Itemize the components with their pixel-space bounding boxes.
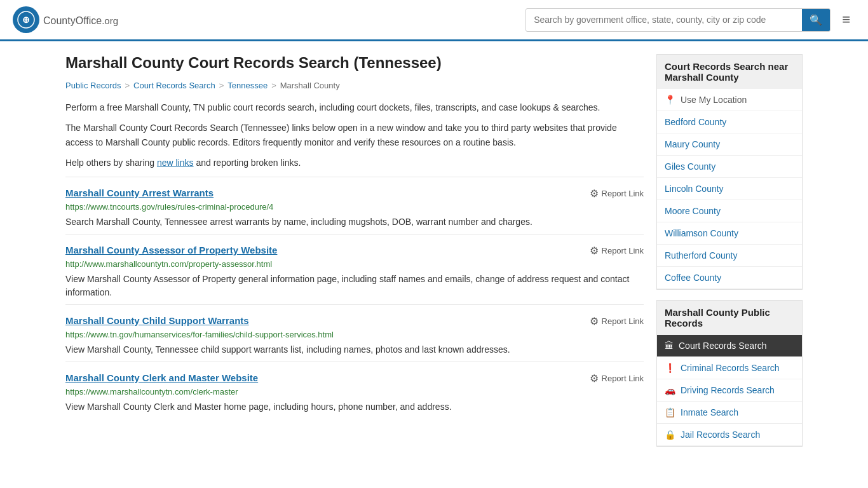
nearby-link-4[interactable]: Lincoln County xyxy=(657,178,802,200)
record-header-2: Marshall County Child Support Warrants ⚙… xyxy=(65,315,644,327)
pr-icon-0: 🏛 xyxy=(665,341,674,351)
record-title-3[interactable]: Marshall County Clerk and Master Website xyxy=(65,372,258,383)
nearby-section: Court Records Search near Marshall Count… xyxy=(656,54,803,290)
nearby-link-7[interactable]: Rutherford County xyxy=(657,245,802,267)
record-entry-2: Marshall County Child Support Warrants ⚙… xyxy=(65,304,644,362)
svg-text:⊕: ⊕ xyxy=(22,15,30,25)
record-title-2[interactable]: Marshall County Child Support Warrants xyxy=(65,315,249,326)
nearby-links-body: 📍Use My LocationBedford CountyMaury Coun… xyxy=(656,89,803,290)
public-records-link-0[interactable]: 🏛Court Records Search xyxy=(657,335,802,357)
breadcrumb-court-records[interactable]: Court Records Search xyxy=(133,81,215,90)
record-desc-2: View Marshall County, Tennessee child su… xyxy=(65,343,644,356)
nearby-link-0[interactable]: 📍Use My Location xyxy=(657,89,802,111)
report-icon-0: ⚙ xyxy=(590,187,599,200)
report-link-3[interactable]: ⚙ Report Link xyxy=(590,372,644,384)
search-input[interactable] xyxy=(526,10,802,30)
report-label-2: Report Link xyxy=(602,316,644,326)
nearby-link-5[interactable]: Moore County xyxy=(657,200,802,222)
record-desc-1: View Marshall County Assessor of Propert… xyxy=(65,273,644,299)
location-icon-0: 📍 xyxy=(665,95,675,105)
logo-area: ⊕ CountyOffice.org xyxy=(13,6,118,33)
record-entry-3: Marshall County Clerk and Master Website… xyxy=(65,362,644,419)
description-3: Help others by sharing new links and rep… xyxy=(65,156,644,170)
description-1: Perform a free Marshall County, TN publi… xyxy=(65,100,644,114)
records-container: Marshall County Arrest Warrants ⚙ Report… xyxy=(65,177,644,419)
record-url-3: https://www.marshallcountytn.com/clerk-m… xyxy=(65,387,644,396)
report-icon-3: ⚙ xyxy=(590,372,599,384)
description-2: The Marshall County Court Records Search… xyxy=(65,121,644,149)
nearby-link-2[interactable]: Maury County xyxy=(657,133,802,156)
report-icon-1: ⚙ xyxy=(590,245,599,257)
logo-icon: ⊕ xyxy=(13,6,39,33)
breadcrumb-tennessee[interactable]: Tennessee xyxy=(227,81,268,90)
public-records-link-1[interactable]: ❗Criminal Records Search xyxy=(657,357,802,379)
public-records-link-2[interactable]: 🚗Driving Records Search xyxy=(657,379,802,402)
breadcrumb: Public Records > Court Records Search > … xyxy=(65,81,644,90)
search-bar: 🔍 xyxy=(526,8,831,32)
record-header-3: Marshall County Clerk and Master Website… xyxy=(65,372,644,384)
nearby-title: Court Records Search near Marshall Count… xyxy=(656,54,803,89)
record-desc-0: Search Marshall County, Tennessee arrest… xyxy=(65,215,644,229)
content-area: Marshall County Court Records Search (Te… xyxy=(65,54,644,457)
logo-text: CountyOffice.org xyxy=(43,13,118,27)
public-records-link-4[interactable]: 🔒Jail Records Search xyxy=(657,424,802,446)
record-header-1: Marshall County Assessor of Property Web… xyxy=(65,245,644,257)
hamburger-button[interactable]: ≡ xyxy=(837,9,855,30)
nearby-link-8[interactable]: Coffee County xyxy=(657,267,802,289)
public-records-body: 🏛Court Records Search❗Criminal Records S… xyxy=(656,335,803,447)
header: ⊕ CountyOffice.org 🔍 ≡ xyxy=(0,0,868,41)
report-label-1: Report Link xyxy=(602,246,644,255)
report-icon-2: ⚙ xyxy=(590,315,599,327)
public-records-title: Marshall County Public Records xyxy=(656,300,803,335)
pr-icon-2: 🚗 xyxy=(665,385,675,395)
page-title: Marshall County Court Records Search (Te… xyxy=(65,54,644,72)
report-link-2[interactable]: ⚙ Report Link xyxy=(590,315,644,327)
public-records-section: Marshall County Public Records 🏛Court Re… xyxy=(656,300,803,447)
nearby-link-6[interactable]: Williamson County xyxy=(657,222,802,245)
pr-icon-3: 📋 xyxy=(665,407,675,417)
pr-icon-1: ❗ xyxy=(665,363,675,373)
record-header-0: Marshall County Arrest Warrants ⚙ Report… xyxy=(65,187,644,200)
nearby-link-3[interactable]: Giles County xyxy=(657,156,802,178)
record-url-0: https://www.tncourts.gov/rules/rules-cri… xyxy=(65,202,644,212)
pr-icon-4: 🔒 xyxy=(665,430,675,440)
sidebar: Court Records Search near Marshall Count… xyxy=(656,54,803,457)
public-records-link-3[interactable]: 📋Inmate Search xyxy=(657,402,802,424)
nearby-link-1[interactable]: Bedford County xyxy=(657,111,802,133)
main-container: Marshall County Court Records Search (Te… xyxy=(53,41,815,470)
breadcrumb-current: Marshall County xyxy=(280,81,340,90)
report-link-1[interactable]: ⚙ Report Link xyxy=(590,245,644,257)
search-button[interactable]: 🔍 xyxy=(802,9,830,31)
new-links-link[interactable]: new links xyxy=(157,158,194,168)
report-label-3: Report Link xyxy=(602,374,644,383)
record-title-1[interactable]: Marshall County Assessor of Property Web… xyxy=(65,245,277,255)
record-entry-0: Marshall County Arrest Warrants ⚙ Report… xyxy=(65,177,644,234)
report-label-0: Report Link xyxy=(602,189,644,198)
record-url-1: http://www.marshallcountytn.com/property… xyxy=(65,259,644,269)
record-url-2: https://www.tn.gov/humanservices/for-fam… xyxy=(65,330,644,339)
record-title-0[interactable]: Marshall County Arrest Warrants xyxy=(65,187,214,198)
header-right: 🔍 ≡ xyxy=(526,8,855,32)
breadcrumb-public-records[interactable]: Public Records xyxy=(65,81,121,90)
report-link-0[interactable]: ⚙ Report Link xyxy=(590,187,644,200)
record-desc-3: View Marshall County Clerk and Master ho… xyxy=(65,400,644,414)
record-entry-1: Marshall County Assessor of Property Web… xyxy=(65,234,644,304)
